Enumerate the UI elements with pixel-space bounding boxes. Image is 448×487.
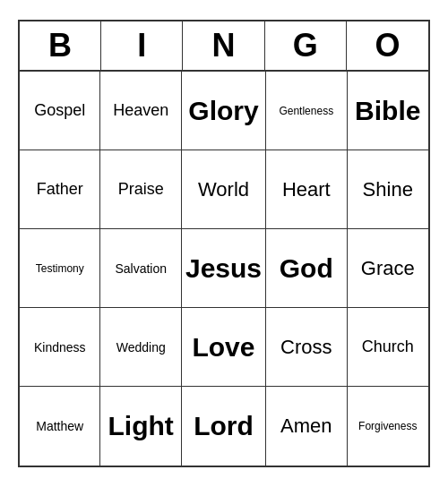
bingo-cell-r2-c0: Testimony — [20, 229, 100, 308]
bingo-cell-r1-c0: Father — [20, 150, 100, 229]
header-letter: B — [20, 21, 101, 70]
bingo-header: BINGO — [20, 21, 428, 72]
bingo-cell-r3-c0: Kindness — [20, 308, 100, 387]
bingo-cell-r3-c4: Church — [348, 308, 428, 387]
header-letter: N — [183, 21, 264, 70]
bingo-cell-r2-c1: Salvation — [100, 229, 181, 308]
bingo-cell-r4-c0: Matthew — [20, 387, 100, 466]
bingo-cell-r0-c0: Gospel — [20, 72, 100, 150]
header-letter: I — [101, 21, 183, 70]
bingo-cell-r1-c4: Shine — [348, 150, 428, 229]
header-letter: O — [347, 21, 428, 70]
bingo-cell-r2-c4: Grace — [348, 229, 428, 308]
bingo-card: BINGO GospelHeavenGloryGentlenessBibleFa… — [18, 20, 430, 467]
bingo-cell-r0-c1: Heaven — [100, 72, 181, 150]
bingo-cell-r3-c2: Love — [182, 308, 266, 387]
bingo-cell-r4-c2: Lord — [182, 387, 266, 466]
bingo-cell-r4-c1: Light — [100, 387, 181, 466]
bingo-cell-r2-c3: God — [266, 229, 347, 308]
bingo-cell-r2-c2: Jesus — [182, 229, 266, 308]
bingo-cell-r0-c4: Bible — [348, 72, 428, 150]
bingo-cell-r4-c4: Forgiveness — [348, 387, 428, 466]
bingo-cell-r1-c2: World — [182, 150, 266, 229]
header-letter: G — [265, 21, 347, 70]
bingo-cell-r3-c1: Wedding — [100, 308, 181, 387]
bingo-cell-r4-c3: Amen — [266, 387, 347, 466]
bingo-cell-r0-c2: Glory — [182, 72, 266, 150]
bingo-grid: GospelHeavenGloryGentlenessBibleFatherPr… — [20, 72, 428, 466]
bingo-cell-r1-c3: Heart — [266, 150, 347, 229]
bingo-cell-r0-c3: Gentleness — [266, 72, 347, 150]
bingo-cell-r1-c1: Praise — [100, 150, 181, 229]
bingo-cell-r3-c3: Cross — [266, 308, 347, 387]
